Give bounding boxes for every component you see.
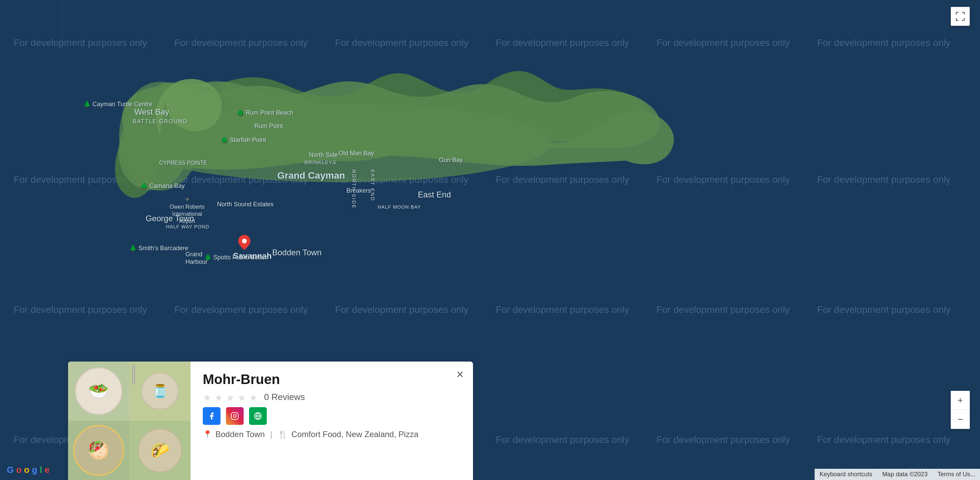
cuisine-separator: | (270, 430, 272, 439)
label-breakers: Breakers (347, 187, 371, 195)
fork-knife-icon: 🍴 (278, 430, 288, 439)
label-bodden-town: Bodden Town (272, 248, 321, 257)
star-2: ★ (215, 392, 224, 402)
label-starfish-point: 🌲 Starfish Point (221, 136, 266, 144)
label-battle-ground: BATTLE GROUND (133, 118, 188, 124)
info-panel: 🥗 🫙 🥙 (68, 362, 473, 480)
map-data-attribution: Map data ©2023 (877, 469, 932, 480)
label-old-man-bay: Old Man Bay (339, 150, 374, 157)
label-west-bay: West Bay (134, 107, 169, 117)
label-george-town: George Town (146, 214, 194, 223)
info-panel-content: Mohr-Bruen ★ ★ ★ ★ ★ 0 Reviews (191, 362, 473, 480)
social-links-row (203, 407, 461, 425)
svg-rect-23 (231, 413, 238, 419)
location-info: 📍 Bodden Town | 🍴 Comfort Food, New Zeal… (203, 430, 461, 439)
google-letter-e: e (45, 465, 49, 475)
google-logo: G o o g l e (7, 465, 50, 475)
label-halfway-pond: HALF WAY POND (166, 224, 209, 230)
location-pin-icon: 📍 (203, 430, 212, 439)
google-letter-g2: g (32, 465, 37, 475)
close-button[interactable]: × (452, 366, 468, 383)
facebook-button[interactable] (203, 407, 221, 425)
label-gun-bay: Gun Bay (439, 156, 463, 164)
instagram-button[interactable] (226, 407, 243, 425)
reviews-count: 0 Reviews (264, 392, 305, 402)
terms-of-use[interactable]: Terms of Us... (932, 469, 980, 480)
svg-point-22 (242, 239, 247, 243)
map-bottom-bar: Keyboard shortcuts Map data ©2023 Terms … (815, 469, 980, 480)
star-3: ★ (226, 392, 236, 402)
svg-point-25 (237, 414, 237, 415)
restaurant-image: 🥗 🫙 🥙 (68, 362, 191, 480)
label-grand-cayman: Grand Cayman (277, 170, 345, 181)
label-camana-bay: 🌲 Camana Bay (140, 182, 185, 190)
label-brinkleys: BRINKLEYS (305, 159, 336, 165)
label-cypress-pointe: CYPRESS POINTE (159, 160, 207, 166)
google-letter-l: l (40, 465, 42, 475)
label-smiths-barcadere: 🌲 Smith's Barcadere (129, 244, 189, 252)
google-letter-g: G (7, 465, 14, 475)
map-container: For development purposes only For develo… (0, 0, 980, 480)
reviews-row: ★ ★ ★ ★ ★ 0 Reviews (203, 392, 461, 402)
fullscreen-button[interactable] (951, 7, 970, 26)
star-1: ★ (203, 392, 213, 402)
label-half-moon-bay: HALF MOON BAY (378, 204, 421, 210)
label-east-end: East End (418, 190, 451, 199)
google-letter-o1: o (16, 465, 21, 475)
website-button[interactable] (249, 407, 267, 425)
label-rum-point: Rum Point (255, 123, 283, 130)
svg-point-24 (234, 415, 236, 417)
google-letter-o2: o (24, 465, 30, 475)
zoom-out-button[interactable]: − (951, 410, 970, 429)
location-pin (238, 235, 250, 250)
zoom-controls: + − (951, 391, 970, 429)
label-east-end-district: EAST END (370, 169, 375, 201)
label-rum-point-beach: 🌲 Rum Point Beach (237, 109, 293, 116)
location-text: Bodden Town (215, 430, 265, 439)
zoom-in-button[interactable]: + (951, 391, 970, 410)
label-north-sound-estates: North Sound Estates (217, 201, 274, 208)
map-controls (951, 7, 970, 26)
label-cayman-turtle-centre: 🌲 Cayman Turtle Centre (83, 100, 153, 108)
label-spotts-beach: 🌲 Spotts Public Beach (204, 254, 268, 261)
star-4: ★ (237, 392, 248, 402)
restaurant-name: Mohr-Bruen (203, 372, 461, 387)
cuisine-types: Comfort Food, New Zealand, Pizza (291, 430, 418, 439)
keyboard-shortcuts[interactable]: Keyboard shortcuts (815, 469, 877, 480)
label-north-side: North Side (309, 151, 338, 159)
star-rating: ★ ★ ★ ★ ★ (203, 392, 259, 402)
star-5: ★ (249, 392, 259, 402)
